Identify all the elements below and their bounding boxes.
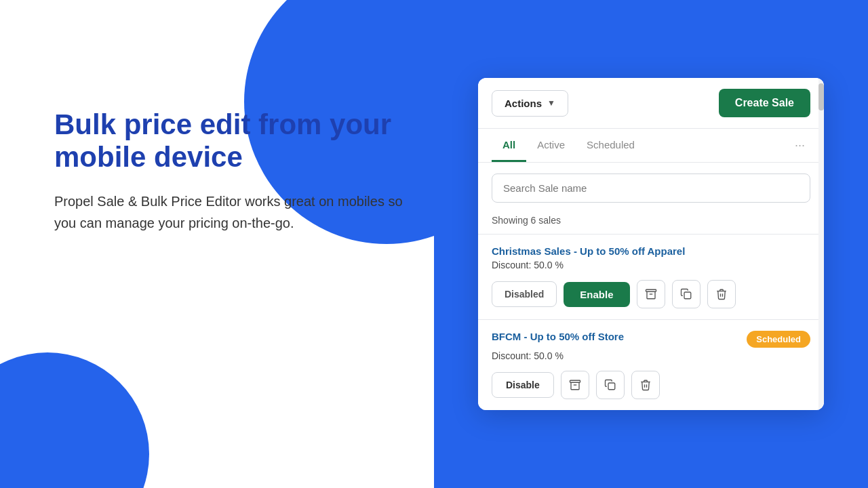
tab-scheduled[interactable]: Scheduled — [576, 129, 646, 162]
sale-item: Christmas Sales - Up to 50% off Apparel … — [478, 234, 824, 319]
curve-bottom-left — [0, 352, 149, 488]
chevron-down-icon: ▼ — [547, 98, 555, 108]
scheduled-badge: Scheduled — [747, 331, 810, 348]
trash-icon — [639, 379, 652, 391]
sale-item: BFCM - Up to 50% off Store Scheduled Dis… — [478, 319, 824, 410]
discount-text: Discount: 50.0 % — [492, 260, 810, 270]
copy-button[interactable] — [672, 280, 701, 308]
sale-name-link[interactable]: BFCM - Up to 50% off Store — [492, 331, 624, 342]
subtext: Propel Sale & Bulk Price Editor works gr… — [54, 190, 407, 234]
disabled-button[interactable]: Disabled — [492, 281, 557, 307]
svg-rect-2 — [570, 380, 580, 382]
toolbar: Actions ▼ Create Sale — [478, 78, 824, 129]
tabs-more[interactable]: ··· — [789, 129, 810, 162]
action-row: Disabled Enable — [492, 280, 810, 308]
sale-item-header: Christmas Sales - Up to 50% off Apparel — [492, 245, 810, 257]
search-input[interactable] — [492, 174, 810, 203]
archive-button[interactable] — [561, 371, 589, 399]
right-panel: Actions ▼ Create Sale All Active Schedul… — [434, 0, 868, 488]
left-content: Bulk price edit from your mobile device … — [54, 108, 407, 234]
copy-icon — [680, 288, 692, 300]
search-area — [478, 163, 824, 208]
delete-button[interactable] — [631, 371, 660, 399]
svg-rect-1 — [684, 292, 691, 299]
action-row: Disable — [492, 371, 810, 399]
svg-rect-0 — [646, 289, 656, 291]
trash-icon — [715, 288, 728, 300]
sale-item-header: BFCM - Up to 50% off Store Scheduled — [492, 331, 810, 348]
sale-name-link[interactable]: Christmas Sales - Up to 50% off Apparel — [492, 245, 685, 257]
tab-all[interactable]: All — [492, 129, 526, 162]
tabs-bar: All Active Scheduled ··· — [478, 129, 824, 163]
app-window: Actions ▼ Create Sale All Active Schedul… — [478, 78, 824, 410]
enable-button[interactable]: Enable — [564, 282, 629, 307]
tab-active[interactable]: Active — [526, 129, 576, 162]
showing-count: Showing 6 sales — [478, 208, 824, 234]
archive-icon — [569, 379, 581, 391]
discount-text: Discount: 50.0 % — [492, 350, 810, 361]
actions-button[interactable]: Actions ▼ — [492, 90, 568, 117]
left-panel: Bulk price edit from your mobile device … — [0, 0, 475, 488]
actions-label: Actions — [505, 98, 542, 109]
create-sale-button[interactable]: Create Sale — [719, 89, 810, 117]
copy-icon — [604, 379, 616, 391]
archive-button[interactable] — [637, 280, 665, 308]
scrollbar[interactable] — [818, 78, 824, 410]
scrollbar-thumb[interactable] — [818, 83, 824, 110]
headline: Bulk price edit from your mobile device — [54, 108, 407, 174]
archive-icon — [645, 288, 657, 300]
copy-button[interactable] — [596, 371, 625, 399]
svg-rect-3 — [608, 383, 615, 390]
disable-button[interactable]: Disable — [492, 372, 554, 398]
delete-button[interactable] — [707, 280, 736, 308]
